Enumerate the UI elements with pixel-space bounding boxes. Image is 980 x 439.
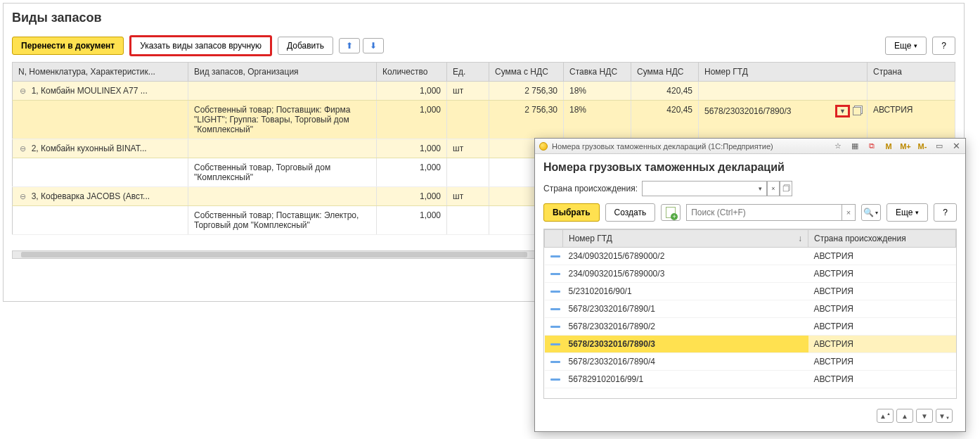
page-title: Виды запасов <box>12 11 955 25</box>
nav-first-button[interactable]: ▲▲ <box>877 409 894 423</box>
record-icon <box>550 326 560 328</box>
col-qty[interactable]: Количество <box>377 63 447 82</box>
favorite-icon[interactable]: ☆ <box>832 141 844 152</box>
col-gtd[interactable]: Номер ГТД <box>699 63 868 82</box>
dialog-title: Номера грузовых таможенных деклараций <box>543 161 957 174</box>
gtd-dialog: Номера грузовых таможенных деклараций (1… <box>534 138 966 432</box>
dialog-more-button[interactable]: Еще ▾ <box>886 203 928 222</box>
table-row[interactable]: ⊖ 1, Комбайн MOULINEX A77 ... 1,000 шт 2… <box>13 82 955 101</box>
list-item[interactable]: 5678/23032016/7890/4АВСТРИЯ <box>545 353 956 371</box>
col-sumvat[interactable]: Сумма с НДС <box>489 63 564 82</box>
maximize-icon[interactable]: ▭ <box>933 141 946 152</box>
chevron-down-icon: ▼ <box>839 108 846 115</box>
search-button[interactable]: 🔍▾ <box>861 204 881 221</box>
document-plus-icon <box>666 207 676 218</box>
col-dialog-country[interactable]: Страна происхождения <box>808 230 956 248</box>
record-icon <box>550 255 560 257</box>
col-kind[interactable]: Вид запасов, Организация <box>188 63 377 82</box>
clear-icon[interactable]: × <box>767 181 780 196</box>
search-input[interactable] <box>686 204 842 221</box>
arrow-up-icon: ⬆ <box>346 41 353 51</box>
col-vatsum[interactable]: Сумма НДС <box>631 63 699 82</box>
table-row[interactable]: Собственный товар; Поставщик: Фирма "LIG… <box>13 101 955 139</box>
sort-desc-icon: ↓ <box>798 234 802 243</box>
help-button[interactable]: ? <box>932 37 955 55</box>
move-down-button[interactable]: ⬇ <box>363 38 384 53</box>
nav-up-button[interactable]: ▲ <box>896 409 913 423</box>
nav-down-button[interactable]: ▼ <box>916 409 933 423</box>
dialog-titlebar[interactable]: Номера грузовых таможенных деклараций (1… <box>535 139 965 154</box>
record-icon <box>550 361 560 363</box>
m-plus-icon[interactable]: M+ <box>899 141 912 152</box>
origin-country-input[interactable] <box>642 181 754 196</box>
app-logo-icon <box>539 142 548 151</box>
move-up-button[interactable]: ⬆ <box>339 38 360 53</box>
col-country[interactable]: Страна <box>868 63 955 82</box>
scrollbar-thumb[interactable] <box>21 252 527 257</box>
list-item[interactable]: 5678/23032016/7890/2АВСТРИЯ <box>545 318 956 336</box>
m-minus-icon[interactable]: M- <box>916 141 929 152</box>
more-button[interactable]: Еще ▾ <box>885 37 927 55</box>
record-icon <box>550 343 560 345</box>
list-item[interactable]: 234/09032015/6789000/2АВСТРИЯ <box>545 248 956 265</box>
add-button[interactable]: Добавить <box>278 37 333 55</box>
col-vatrate[interactable]: Ставка НДС <box>564 63 631 82</box>
list-item[interactable]: 5678/23032016/7890/3АВСТРИЯ <box>545 336 956 353</box>
col-nomenclature[interactable]: N, Номенклатура, Характеристик... <box>13 63 188 82</box>
col-dialog-gtd[interactable]: Номер ГТД↓ <box>563 230 808 248</box>
record-icon <box>550 291 560 293</box>
list-item[interactable]: 5678/23032016/7890/1АВСТРИЯ <box>545 300 956 318</box>
collapse-icon[interactable]: ⊖ <box>18 144 27 153</box>
chevron-down-icon: ▾ <box>914 42 917 49</box>
collapse-icon[interactable]: ⊖ <box>18 192 27 201</box>
dropdown-icon[interactable]: ▾ <box>754 181 767 196</box>
chevron-down-icon: ▾ <box>875 210 878 216</box>
m-icon[interactable]: M <box>882 141 895 152</box>
manual-kinds-button[interactable]: Указать виды запасов вручную <box>129 35 272 56</box>
record-icon <box>550 273 560 275</box>
create-button[interactable]: Создать <box>605 203 656 222</box>
nav-last-button[interactable]: ▼▼ <box>936 409 953 423</box>
origin-country-label: Страна происхождения: <box>543 184 638 193</box>
clear-search-icon[interactable]: × <box>842 204 856 221</box>
dialog-window-title: Номера грузовых таможенных деклараций (1… <box>552 142 773 151</box>
close-icon[interactable]: ✕ <box>950 141 962 152</box>
collapse-icon[interactable]: ⊖ <box>18 87 27 96</box>
col-unit[interactable]: Ед. <box>447 63 489 82</box>
select-button[interactable]: Выбрать <box>543 203 600 222</box>
gtd-table: Номер ГТД↓ Страна происхождения 234/0903… <box>543 229 957 399</box>
list-item[interactable]: 5/23102016/90/1АВСТРИЯ <box>545 283 956 300</box>
list-item[interactable]: 234/09032015/6789000/3АВСТРИЯ <box>545 265 956 283</box>
open-external-icon[interactable] <box>780 181 792 196</box>
calendar-icon[interactable]: ⧉ <box>865 141 878 152</box>
main-toolbar: Перенести в документ Указать виды запасо… <box>12 35 955 56</box>
arrow-down-icon: ⬇ <box>370 41 377 51</box>
record-icon <box>550 378 560 381</box>
gtd-value: 5678/23032016/7890/3 <box>704 106 832 116</box>
list-item[interactable]: 567829102016/99/1АВСТРИЯ <box>545 371 956 388</box>
calculator-icon[interactable]: ▦ <box>849 141 861 152</box>
dialog-help-button[interactable]: ? <box>934 203 957 222</box>
chevron-down-icon: ▾ <box>915 209 919 216</box>
record-icon <box>550 308 560 310</box>
gtd-dropdown-button[interactable]: ▼ <box>835 105 850 117</box>
transfer-button[interactable]: Перенести в документ <box>12 37 124 55</box>
open-external-icon[interactable] <box>853 107 861 115</box>
add-document-button[interactable] <box>661 204 681 221</box>
